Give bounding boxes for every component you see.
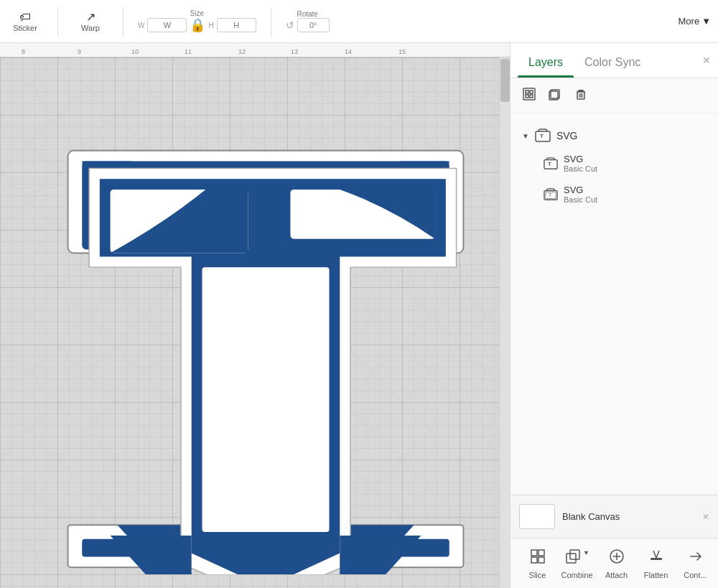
attach-tool[interactable]: Attach xyxy=(597,548,636,579)
svg-text:T: T xyxy=(549,192,551,197)
blank-canvas-close[interactable]: ✕ xyxy=(702,512,709,522)
scrollbar-right[interactable] xyxy=(499,57,510,588)
tab-color-sync-label: Color Sync xyxy=(584,56,640,68)
layer-group-name: SVG xyxy=(556,130,578,141)
panel-close-button[interactable]: ✕ xyxy=(702,55,711,66)
blank-canvas-label: Blank Canvas xyxy=(562,511,620,522)
tabs-header: Layers Color Sync ✕ xyxy=(510,43,718,78)
svg-rect-38 xyxy=(538,557,544,563)
combine-icon-group: ▼ xyxy=(564,548,589,569)
slice-label: Slice xyxy=(529,571,546,579)
main-area: 8 9 10 11 12 13 14 15 xyxy=(0,43,718,588)
layers-toolbar xyxy=(510,78,718,113)
svg-rect-17 xyxy=(530,90,533,93)
svg-rect-16 xyxy=(526,90,528,93)
svg-layer-icon-1: T xyxy=(544,157,558,171)
blank-canvas-thumbnail xyxy=(519,504,555,529)
rotate-input[interactable] xyxy=(297,18,330,32)
svg-rect-37 xyxy=(531,557,537,563)
delete-icon xyxy=(574,87,588,101)
size-label: Size xyxy=(190,9,204,17)
size-w-input[interactable] xyxy=(147,18,187,32)
combine-tool[interactable]: ▼ Combine xyxy=(557,548,597,579)
slice-tool[interactable]: Slice xyxy=(518,548,557,579)
svg-layer-icon-2: T xyxy=(544,187,558,202)
layer-item-1[interactable]: T SVG Basic Cut xyxy=(541,148,709,179)
rotate-label: Rotate xyxy=(297,10,317,18)
flatten-tool[interactable]: Flatten xyxy=(636,548,676,579)
right-panel: Layers Color Sync ✕ xyxy=(510,43,718,588)
svg-rect-35 xyxy=(531,550,537,556)
svg-rect-18 xyxy=(526,95,528,98)
layer-item-info-2: SVG Basic Cut xyxy=(564,185,597,204)
more-tool-label: Cont... xyxy=(684,571,707,579)
bottom-toolbar: Slice ▼ Combine xyxy=(510,538,718,588)
svg-rect-36 xyxy=(538,550,544,556)
size-h-label: H xyxy=(208,22,213,29)
warp-label: Warp xyxy=(81,24,100,32)
delete-layer-button[interactable] xyxy=(571,84,591,107)
divider-2 xyxy=(123,7,123,36)
more-label: More xyxy=(679,16,700,27)
svg-text:T: T xyxy=(540,133,544,139)
sticker-label: Sticker xyxy=(13,24,37,32)
warp-tool[interactable]: ↗ Warp xyxy=(73,10,108,32)
attach-label: Attach xyxy=(605,571,628,579)
canvas-area[interactable]: 8 9 10 11 12 13 14 15 xyxy=(0,43,510,588)
layer-children: T SVG Basic Cut xyxy=(519,148,709,210)
svg-rect-14 xyxy=(202,267,329,532)
more-arrow: ▼ xyxy=(701,16,711,27)
more-tool-icon xyxy=(687,548,704,569)
ruler-mark-14: 14 xyxy=(345,48,352,55)
ruler-mark-15: 15 xyxy=(398,48,406,55)
divider-1 xyxy=(57,7,58,36)
svg-text:T: T xyxy=(548,160,551,167)
more-button[interactable]: More ▼ xyxy=(679,16,712,27)
ruler-mark-9: 9 xyxy=(78,48,81,55)
layer-item-info-1: SVG Basic Cut xyxy=(564,154,597,173)
layer-item-sub-1: Basic Cut xyxy=(564,164,597,173)
size-h-input[interactable] xyxy=(217,18,256,32)
sticker-icon: 🏷 xyxy=(19,11,31,24)
divider-3 xyxy=(271,7,271,36)
chevron-icon: ▼ xyxy=(522,132,529,140)
group-icon xyxy=(522,87,536,101)
sticker-tool[interactable]: 🏷 Sticker xyxy=(7,11,43,32)
svg-rect-19 xyxy=(530,95,533,98)
size-w-label: W xyxy=(138,22,144,29)
lock-icon: 🔒 xyxy=(190,17,205,33)
layer-item-sub-2: Basic Cut xyxy=(564,195,597,204)
tab-color-sync[interactable]: Color Sync xyxy=(574,43,651,78)
layer-group-header[interactable]: ▼ T SVG xyxy=(519,123,709,148)
tab-layers-label: Layers xyxy=(528,56,563,68)
layer-group-svg: ▼ T SVG T xyxy=(510,121,718,213)
more-tool[interactable]: Cont... xyxy=(676,548,715,579)
duplicate-layer-button[interactable] xyxy=(545,84,565,107)
layer-item-name-1: SVG xyxy=(564,154,597,164)
combine-icon xyxy=(564,548,582,569)
svg-group-icon: T xyxy=(535,128,551,144)
attach-icon xyxy=(608,548,625,569)
ruler-mark-12: 12 xyxy=(238,48,246,55)
ruler-top: 8 9 10 11 12 13 14 15 xyxy=(0,43,510,57)
combine-arrow: ▼ xyxy=(583,549,589,556)
ruler-mark-11: 11 xyxy=(185,48,192,55)
scrollbar-thumb[interactable] xyxy=(500,59,510,102)
layers-content: ▼ T SVG T xyxy=(510,113,718,495)
tab-layers[interactable]: Layers xyxy=(518,43,574,78)
group-layers-button[interactable] xyxy=(519,84,539,107)
top-toolbar: 🏷 Sticker ↗ Warp Size W 🔒 H Rotate ↺ Mor… xyxy=(0,0,718,43)
rotate-icon: ↺ xyxy=(286,19,294,31)
blank-canvas-section[interactable]: Blank Canvas ✕ xyxy=(510,495,718,538)
grid-canvas[interactable] xyxy=(0,57,499,588)
combine-label: Combine xyxy=(561,571,592,579)
rotate-input-group: Rotate ↺ xyxy=(286,10,330,32)
rangers-t-detailed xyxy=(89,168,456,574)
design-svg[interactable] xyxy=(57,144,474,574)
slice-icon xyxy=(529,548,546,569)
ruler-mark-10: 10 xyxy=(131,48,139,55)
flatten-icon xyxy=(648,548,665,569)
layer-item-2[interactable]: T SVG Basic Cut xyxy=(541,179,709,210)
ruler-mark-8: 8 xyxy=(22,48,25,55)
warp-icon: ↗ xyxy=(86,10,95,24)
